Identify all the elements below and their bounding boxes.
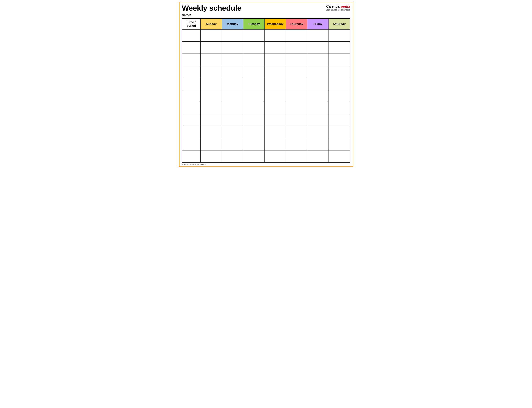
table-cell[interactable] — [307, 42, 329, 53]
table-cell[interactable] — [243, 29, 264, 42]
table-cell[interactable] — [286, 150, 307, 162]
table-row — [182, 150, 350, 162]
table-cell[interactable] — [201, 66, 222, 78]
table-cell[interactable] — [201, 150, 222, 162]
table-cell[interactable] — [286, 102, 307, 114]
table-cell[interactable] — [329, 90, 350, 102]
table-row — [182, 42, 350, 53]
table-cell[interactable] — [222, 66, 243, 78]
table-cell[interactable] — [222, 78, 243, 90]
table-cell[interactable] — [222, 150, 243, 162]
table-cell[interactable] — [264, 138, 286, 150]
table-cell[interactable] — [243, 90, 264, 102]
table-cell[interactable] — [307, 53, 329, 66]
table-cell[interactable] — [264, 114, 286, 126]
table-cell[interactable] — [182, 150, 201, 162]
table-cell[interactable] — [222, 126, 243, 138]
table-cell[interactable] — [182, 78, 201, 90]
table-cell[interactable] — [286, 42, 307, 53]
table-cell[interactable] — [286, 138, 307, 150]
table-cell[interactable] — [329, 29, 350, 42]
table-cell[interactable] — [286, 66, 307, 78]
table-cell[interactable] — [182, 42, 201, 53]
table-row — [182, 66, 350, 78]
table-cell[interactable] — [264, 78, 286, 90]
table-cell[interactable] — [222, 138, 243, 150]
table-cell[interactable] — [329, 114, 350, 126]
table-cell[interactable] — [307, 126, 329, 138]
table-cell[interactable] — [286, 126, 307, 138]
table-cell[interactable] — [264, 126, 286, 138]
table-cell[interactable] — [182, 66, 201, 78]
col-header-saturday: Saturday — [329, 18, 350, 30]
table-cell[interactable] — [286, 114, 307, 126]
table-cell[interactable] — [222, 90, 243, 102]
table-cell[interactable] — [307, 102, 329, 114]
table-cell[interactable] — [243, 78, 264, 90]
table-cell[interactable] — [264, 150, 286, 162]
table-cell[interactable] — [182, 126, 201, 138]
table-cell[interactable] — [243, 126, 264, 138]
table-cell[interactable] — [243, 42, 264, 53]
table-cell[interactable] — [264, 102, 286, 114]
name-label: Name: — [182, 13, 350, 17]
table-cell[interactable] — [182, 114, 201, 126]
table-cell[interactable] — [307, 90, 329, 102]
table-cell[interactable] — [222, 114, 243, 126]
table-cell[interactable] — [329, 66, 350, 78]
table-cell[interactable] — [286, 29, 307, 42]
table-cell[interactable] — [307, 78, 329, 90]
schedule-table: Time / period Sunday Monday Tuesday Wedn… — [182, 18, 350, 163]
table-cell[interactable] — [243, 66, 264, 78]
table-cell[interactable] — [264, 90, 286, 102]
table-cell[interactable] — [201, 138, 222, 150]
table-cell[interactable] — [329, 126, 350, 138]
table-cell[interactable] — [243, 102, 264, 114]
table-cell[interactable] — [329, 53, 350, 66]
table-cell[interactable] — [182, 90, 201, 102]
table-cell[interactable] — [264, 42, 286, 53]
table-cell[interactable] — [182, 138, 201, 150]
table-cell[interactable] — [264, 53, 286, 66]
page-title: Weekly schedule — [182, 4, 241, 12]
table-cell[interactable] — [286, 53, 307, 66]
table-cell[interactable] — [182, 53, 201, 66]
table-cell[interactable] — [201, 90, 222, 102]
table-cell[interactable] — [243, 53, 264, 66]
table-cell[interactable] — [201, 102, 222, 114]
table-cell[interactable] — [201, 29, 222, 42]
table-cell[interactable] — [201, 78, 222, 90]
table-cell[interactable] — [201, 114, 222, 126]
table-cell[interactable] — [264, 66, 286, 78]
table-cell[interactable] — [307, 66, 329, 78]
table-cell[interactable] — [222, 53, 243, 66]
table-cell[interactable] — [286, 78, 307, 90]
table-cell[interactable] — [286, 90, 307, 102]
table-cell[interactable] — [243, 114, 264, 126]
table-cell[interactable] — [201, 42, 222, 53]
table-cell[interactable] — [329, 102, 350, 114]
table-cell[interactable] — [329, 138, 350, 150]
header-row: Weekly schedule Calendarpedia Your sourc… — [182, 4, 350, 12]
table-cell[interactable] — [222, 29, 243, 42]
table-cell[interactable] — [201, 126, 222, 138]
table-cell[interactable] — [264, 29, 286, 42]
table-row — [182, 53, 350, 66]
table-cell[interactable] — [307, 29, 329, 42]
table-cell[interactable] — [243, 138, 264, 150]
table-cell[interactable] — [329, 150, 350, 162]
table-header-row: Time / period Sunday Monday Tuesday Wedn… — [182, 18, 350, 30]
table-cell[interactable] — [307, 150, 329, 162]
table-cell[interactable] — [222, 102, 243, 114]
table-row — [182, 126, 350, 138]
table-cell[interactable] — [307, 114, 329, 126]
brand-logo: Calendarpedia Your source for calendars — [326, 4, 350, 12]
table-cell[interactable] — [329, 78, 350, 90]
table-cell[interactable] — [329, 42, 350, 53]
table-cell[interactable] — [182, 29, 201, 42]
table-cell[interactable] — [307, 138, 329, 150]
table-cell[interactable] — [201, 53, 222, 66]
table-cell[interactable] — [182, 102, 201, 114]
table-cell[interactable] — [243, 150, 264, 162]
table-cell[interactable] — [222, 42, 243, 53]
